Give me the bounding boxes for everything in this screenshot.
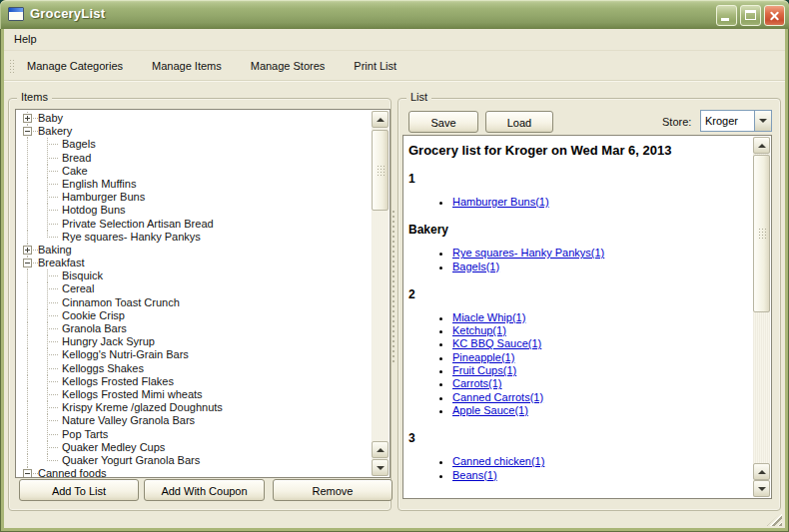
tree-item-kelloggs-shakes[interactable]: Kelloggs Shakes <box>17 362 372 375</box>
grocery-item-link[interactable]: KC BBQ Sauce(1) <box>452 337 541 349</box>
arrow-down-icon <box>377 466 385 470</box>
tree-item-cereal[interactable]: Cereal <box>17 282 372 295</box>
store-label: Store: <box>662 116 691 128</box>
scroll-down-button[interactable] <box>372 459 389 476</box>
tree-item-kellogg-s-nutri-grain-bars[interactable]: Kellogg's Nutri-Grain Bars <box>17 348 372 361</box>
tree-item-label: Hotdog Buns <box>62 204 126 216</box>
tree-item-quaker-medley-cups[interactable]: Quaker Medley Cups <box>17 441 372 454</box>
tree-item-cake[interactable]: Cake <box>17 165 372 178</box>
minimize-button[interactable] <box>716 5 737 26</box>
add-to-list-button[interactable]: Add To List <box>19 479 139 501</box>
grocery-item-link[interactable]: Beans(1) <box>452 469 497 481</box>
tree-item-label: Hamburger Buns <box>62 191 145 203</box>
tree-expander-icon[interactable] <box>23 114 32 123</box>
toolbar-manage-categories[interactable]: Manage Categories <box>18 55 132 77</box>
maximize-button[interactable] <box>740 5 761 26</box>
tree-expander-icon[interactable] <box>23 469 32 477</box>
scroll-down-button[interactable] <box>753 480 770 497</box>
aisle-heading: 3 <box>408 431 748 445</box>
add-with-coupon-button[interactable]: Add With Coupon <box>144 479 265 501</box>
grocery-item-link[interactable]: Miacle Whip(1) <box>452 311 525 323</box>
menu-help[interactable]: Help <box>4 29 46 45</box>
scrollbar-thumb[interactable] <box>372 130 389 211</box>
tree-item-hotdog-buns[interactable]: Hotdog Buns <box>17 204 372 217</box>
tree-item-hamburger-buns[interactable]: Hamburger Buns <box>17 191 372 204</box>
grocery-item: Hamburger Buns(1) <box>452 196 748 209</box>
tree-item-baby[interactable]: Baby <box>17 112 372 125</box>
arrow-down-icon <box>758 487 766 491</box>
resize-grip-icon[interactable] <box>767 512 782 526</box>
tree-item-label: Baby <box>38 112 63 124</box>
arrow-up-icon <box>758 144 766 148</box>
tree-item-cinnamon-toast-crunch[interactable]: Cinnamon Toast Crunch <box>17 296 372 309</box>
toolbar-manage-stores[interactable]: Manage Stores <box>242 55 335 77</box>
scrollbar-thumb[interactable] <box>753 155 770 312</box>
scroll-up-button[interactable] <box>372 441 389 458</box>
tree-item-canned-foods[interactable]: Canned foods <box>17 467 372 477</box>
combo-dropdown-button[interactable] <box>754 111 771 131</box>
toolbar: Manage CategoriesManage ItemsManage Stor… <box>4 52 785 81</box>
tree-item-label: Bakery <box>38 125 72 137</box>
tree-item-label: Kellogs Frosted Flakes <box>62 375 174 387</box>
tree-item-hungry-jack-syrup[interactable]: Hungry Jack Syrup <box>17 335 372 348</box>
scroll-up-button[interactable] <box>372 111 389 128</box>
grocery-item-link[interactable]: Apple Sauce(1) <box>452 404 528 416</box>
grocery-item-link[interactable]: Pineapple(1) <box>452 351 514 363</box>
aisle-heading: 5 <box>408 496 748 498</box>
title-bar[interactable]: GroceryList <box>0 0 789 29</box>
tree-item-granola-bars[interactable]: Granola Bars <box>17 322 372 335</box>
tree-item-kellogs-frosted-mimi-wheats[interactable]: Kellogs Frosted Mimi wheats <box>17 388 372 401</box>
store-selected-value: Kroger <box>705 115 738 127</box>
tree-item-label: Quaker Yogurt Granola Bars <box>62 454 200 466</box>
tree-item-breakfast[interactable]: Breakfast <box>17 257 372 269</box>
grocery-item-link[interactable]: Rye squares- Hanky Pankys(1) <box>452 247 604 259</box>
grocery-item-link[interactable]: Canned Carrots(1) <box>452 391 543 403</box>
close-button[interactable] <box>764 5 785 26</box>
tree-item-english-muffins[interactable]: English Muffins <box>17 178 372 191</box>
tree-item-kellogs-frosted-flakes[interactable]: Kellogs Frosted Flakes <box>17 375 372 388</box>
tree-item-bagels[interactable]: Bagels <box>17 138 372 151</box>
tree-scrollbar[interactable] <box>372 111 389 476</box>
tree-item-label: Canned foods <box>38 467 107 477</box>
tree-expander-icon[interactable] <box>23 259 32 267</box>
load-button[interactable]: Load <box>485 111 553 133</box>
tree-item-label: Hungry Jack Syrup <box>62 335 155 347</box>
save-button[interactable]: Save <box>408 111 478 133</box>
tree-item-bisquick[interactable]: Bisquick <box>17 269 372 282</box>
grocery-item-link[interactable]: Bagels(1) <box>452 261 499 272</box>
tree-item-bakery[interactable]: Bakery <box>17 125 372 138</box>
tree-item-private-selection-artisan-bread[interactable]: Private Selection Artisan Bread <box>17 218 372 231</box>
tree-item-quaker-yogurt-granola-bars[interactable]: Quaker Yogurt Granola Bars <box>17 454 372 467</box>
tree-item-rye-squares-hanky-pankys[interactable]: Rye squares- Hanky Pankys <box>17 231 372 244</box>
toolbar-manage-items[interactable]: Manage Items <box>143 55 231 77</box>
tree-item-krispy-kreme-glazed-doughnuts[interactable]: Krispy Kreme /glazed Doughnuts <box>17 401 372 414</box>
grocery-item: Fruit Cups(1) <box>452 364 748 377</box>
toolbar-print-list[interactable]: Print List <box>345 55 405 77</box>
scroll-up-button[interactable] <box>753 137 770 154</box>
panel-splitter[interactable] <box>393 211 394 363</box>
store-combobox[interactable]: Kroger <box>700 110 772 132</box>
grocery-item-link[interactable]: Canned chicken(1) <box>452 455 544 467</box>
tree-item-label: Cereal <box>62 282 94 294</box>
grocery-item-link[interactable]: Ketchup(1) <box>452 324 506 336</box>
remove-button[interactable]: Remove <box>273 479 393 501</box>
toolbar-grip-icon[interactable] <box>9 59 14 75</box>
tree-item-baking[interactable]: Baking <box>17 244 372 257</box>
list-scrollbar[interactable] <box>753 137 770 497</box>
chevron-down-icon <box>759 119 767 123</box>
grocery-item-link[interactable]: Carrots(1) <box>452 377 502 389</box>
grocery-item: Carrots(1) <box>452 377 748 390</box>
tree-item-label: Kellogs Frosted Mimi wheats <box>62 388 203 400</box>
tree-expander-icon[interactable] <box>23 246 32 255</box>
tree-item-cookie-crisp[interactable]: Cookie Crisp <box>17 309 372 322</box>
tree-item-pop-tarts[interactable]: Pop Tarts <box>17 428 372 441</box>
tree-expander-icon[interactable] <box>23 127 32 136</box>
aisle-heading: Bakery <box>408 223 748 237</box>
grocery-item: KC BBQ Sauce(1) <box>452 337 748 350</box>
grocery-item-link[interactable]: Hamburger Buns(1) <box>452 196 549 208</box>
grocery-item-link[interactable]: Fruit Cups(1) <box>452 364 516 376</box>
arrow-up-icon <box>377 448 385 452</box>
tree-item-bread[interactable]: Bread <box>17 152 372 165</box>
tree-item-nature-valley-granola-bars[interactable]: Nature Valley Granola Bars <box>17 414 372 427</box>
scroll-up-button[interactable] <box>753 463 770 480</box>
